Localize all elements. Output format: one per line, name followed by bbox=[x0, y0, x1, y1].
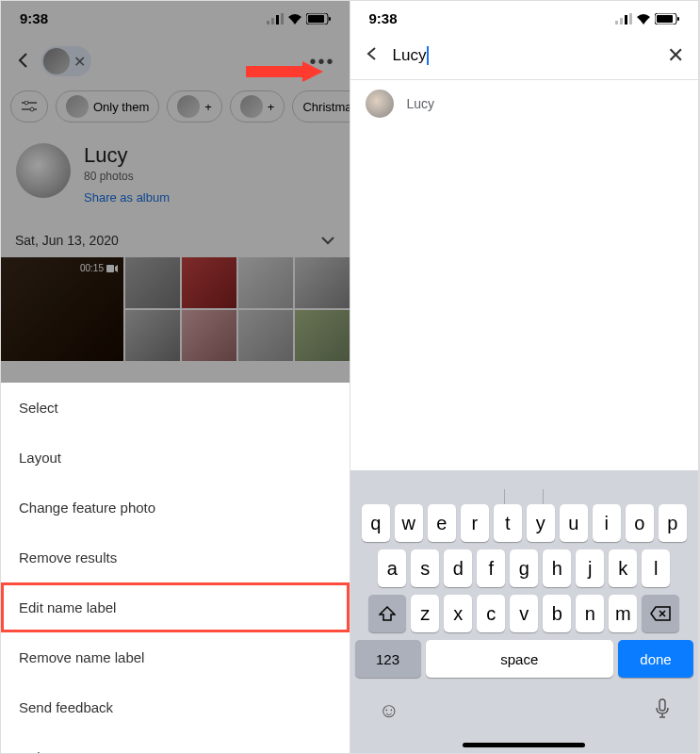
svg-rect-6 bbox=[329, 17, 331, 21]
keyboard-bottom-row: 123 space done bbox=[350, 636, 699, 685]
menu-remove-results[interactable]: Remove results bbox=[1, 533, 350, 582]
svg-rect-18 bbox=[677, 17, 679, 21]
left-phone: 9:38 ✕ ••• bbox=[1, 1, 350, 753]
profile-avatar[interactable] bbox=[16, 143, 71, 198]
person-chip-2[interactable]: + bbox=[230, 90, 285, 123]
key-d[interactable]: d bbox=[444, 549, 472, 587]
photo-thumbnail[interactable] bbox=[182, 257, 236, 308]
space-key[interactable]: space bbox=[426, 640, 614, 678]
key-y[interactable]: y bbox=[527, 504, 555, 542]
svg-rect-12 bbox=[615, 21, 618, 25]
video-thumbnail[interactable]: 00:15 bbox=[1, 257, 123, 361]
key-z[interactable]: z bbox=[411, 595, 439, 632]
key-h[interactable]: h bbox=[543, 549, 571, 587]
clear-icon[interactable]: ✕ bbox=[667, 43, 684, 68]
avatar-filter-chip[interactable]: ✕ bbox=[41, 46, 91, 76]
key-n[interactable]: n bbox=[576, 595, 604, 632]
photo-thumbnail[interactable] bbox=[295, 310, 350, 361]
key-f[interactable]: f bbox=[477, 549, 505, 587]
chip-remove-icon[interactable]: ✕ bbox=[73, 53, 86, 71]
signal-icon bbox=[267, 13, 284, 25]
plus-icon: + bbox=[204, 100, 212, 114]
key-g[interactable]: g bbox=[510, 549, 538, 587]
key-u[interactable]: u bbox=[560, 504, 588, 542]
dictation-key[interactable] bbox=[655, 698, 670, 725]
microphone-icon bbox=[655, 698, 670, 719]
right-phone: 9:38 Lucy ✕ Lucy qwertyuiop asdfghjkl zx… bbox=[350, 1, 700, 753]
share-album-link[interactable]: Share as album bbox=[84, 190, 170, 205]
date-label: Sat, Jun 13, 2020 bbox=[15, 233, 119, 248]
person-chip-1[interactable]: + bbox=[167, 90, 222, 123]
menu-remove-name-label[interactable]: Remove name label bbox=[1, 632, 350, 682]
name-input[interactable]: Lucy bbox=[393, 46, 655, 66]
key-x[interactable]: x bbox=[444, 595, 472, 632]
avatar-icon bbox=[240, 95, 263, 118]
status-time: 9:38 bbox=[369, 10, 398, 26]
svg-rect-13 bbox=[620, 18, 623, 25]
battery-icon bbox=[306, 13, 331, 25]
photo-count: 80 photos bbox=[84, 170, 170, 183]
key-p[interactable]: p bbox=[659, 504, 687, 542]
key-o[interactable]: o bbox=[626, 504, 654, 542]
key-l[interactable]: l bbox=[642, 549, 670, 587]
search-row: Lucy ✕ bbox=[350, 32, 699, 79]
menu-help[interactable]: Help bbox=[1, 732, 350, 753]
key-a[interactable]: a bbox=[378, 549, 406, 587]
key-s[interactable]: s bbox=[411, 549, 439, 587]
annotation-arrow bbox=[246, 57, 326, 86]
photo-thumbnail[interactable] bbox=[125, 257, 180, 308]
key-c[interactable]: c bbox=[477, 595, 505, 632]
menu-send-feedback[interactable]: Send feedback bbox=[1, 682, 350, 732]
avatar-icon bbox=[177, 95, 200, 118]
key-i[interactable]: i bbox=[593, 504, 621, 542]
key-v[interactable]: v bbox=[510, 595, 538, 632]
status-time: 9:38 bbox=[20, 10, 48, 26]
shift-key[interactable] bbox=[368, 595, 406, 632]
done-key[interactable]: done bbox=[618, 640, 693, 678]
key-e[interactable]: e bbox=[428, 504, 456, 542]
emoji-key[interactable]: ☺ bbox=[379, 698, 399, 725]
photo-grid: 00:15 bbox=[1, 257, 350, 361]
backspace-key[interactable] bbox=[642, 595, 679, 632]
key-q[interactable]: q bbox=[362, 504, 390, 542]
avatar-icon bbox=[66, 95, 89, 118]
back-icon[interactable] bbox=[365, 46, 380, 65]
home-indicator[interactable] bbox=[463, 743, 585, 747]
svg-rect-2 bbox=[276, 15, 279, 25]
photo-thumbnail[interactable] bbox=[295, 257, 350, 308]
menu-change-feature-photo[interactable]: Change feature photo bbox=[1, 483, 350, 533]
filter-toggle-chip[interactable] bbox=[10, 90, 48, 123]
photo-thumbnail[interactable] bbox=[125, 310, 180, 361]
wifi-icon bbox=[636, 13, 651, 25]
photo-thumbnail[interactable] bbox=[238, 257, 293, 308]
key-m[interactable]: m bbox=[609, 595, 637, 632]
menu-select[interactable]: Select bbox=[1, 383, 350, 433]
filter-icon bbox=[21, 101, 38, 112]
svg-rect-14 bbox=[625, 15, 627, 25]
key-k[interactable]: k bbox=[609, 549, 637, 587]
key-b[interactable]: b bbox=[543, 595, 571, 632]
only-them-chip[interactable]: Only them bbox=[56, 90, 159, 123]
svg-rect-1 bbox=[271, 18, 274, 25]
christmas-chip[interactable]: Christmas bbox=[292, 90, 349, 123]
key-w[interactable]: w bbox=[395, 504, 423, 542]
photo-thumbnail[interactable] bbox=[182, 310, 236, 361]
profile-section: Lucy 80 photos Share as album bbox=[1, 134, 350, 223]
overflow-menu: Select Layout Change feature photo Remov… bbox=[1, 383, 350, 753]
suggestion-item[interactable]: Lucy bbox=[350, 80, 699, 127]
video-duration-badge: 00:15 bbox=[80, 263, 118, 273]
menu-edit-name-label[interactable]: Edit name label bbox=[1, 582, 350, 632]
key-r[interactable]: r bbox=[461, 504, 489, 542]
avatar-icon bbox=[366, 90, 394, 118]
numbers-key[interactable]: 123 bbox=[355, 640, 421, 678]
chevron-down-icon bbox=[320, 236, 335, 245]
chip-label: Christmas bbox=[302, 100, 349, 114]
date-header[interactable]: Sat, Jun 13, 2020 bbox=[1, 223, 350, 257]
ios-keyboard: qwertyuiop asdfghjkl zxcvbnm 123 space d… bbox=[350, 470, 699, 753]
photo-thumbnail[interactable] bbox=[238, 310, 293, 361]
menu-layout[interactable]: Layout bbox=[1, 433, 350, 483]
key-j[interactable]: j bbox=[576, 549, 604, 587]
back-icon[interactable] bbox=[15, 48, 32, 74]
key-t[interactable]: t bbox=[494, 504, 522, 542]
status-bar: 9:38 bbox=[1, 1, 350, 32]
